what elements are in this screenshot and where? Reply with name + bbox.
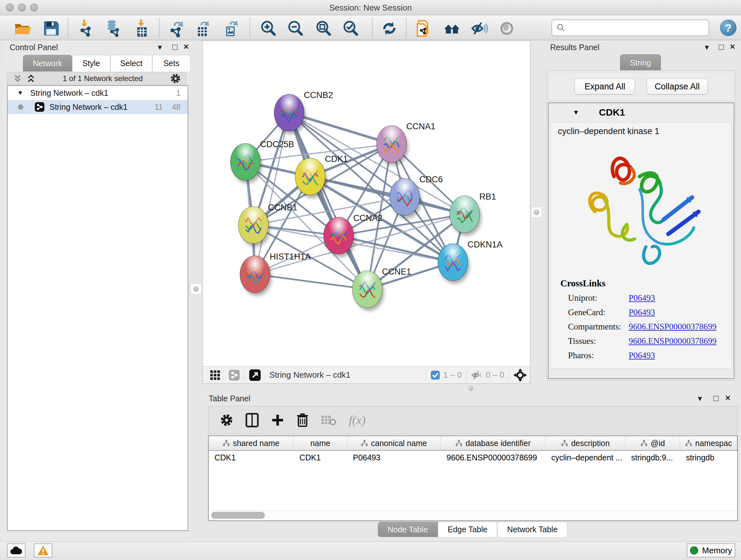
home-browser-icon[interactable] (443, 19, 461, 37)
node-CCNA1[interactable] (377, 125, 408, 166)
select-columns-icon[interactable] (246, 413, 259, 428)
node-CCNB1[interactable] (239, 206, 270, 247)
search-input[interactable] (565, 23, 709, 33)
tab-network[interactable]: Network (23, 55, 72, 71)
birdseye-crosshair-icon[interactable] (514, 368, 527, 382)
column-header-namespac[interactable]: namespac (680, 436, 737, 450)
node-CDC6[interactable] (390, 179, 421, 219)
cell-canonical-name[interactable]: P06493 (347, 453, 441, 462)
grid-mode-icon[interactable] (210, 370, 220, 381)
delete-column-icon[interactable] (296, 413, 309, 428)
refresh-icon[interactable] (381, 19, 398, 37)
node-HIST1H1A[interactable] (240, 256, 272, 296)
cloud-button[interactable] (7, 543, 25, 557)
node-RB1[interactable] (450, 196, 482, 236)
column-header-description[interactable]: description (545, 436, 625, 450)
network-graph[interactable]: CCNB2CCNA1CDC25BCDK1CDC6RB1CCNB1CCNA2CDK… (203, 41, 530, 366)
panel-menu-icon[interactable]: ▼ (156, 44, 163, 52)
edge-CCNB2-CCNE1[interactable] (289, 113, 367, 289)
cell-namespac[interactable]: stringdb (680, 453, 737, 462)
column-header-database-identifier[interactable]: database identifier (441, 436, 545, 450)
panel-close-icon[interactable]: ✕ (725, 394, 731, 402)
export-table-icon[interactable] (193, 19, 211, 37)
cell-database-identifier[interactable]: 9606.ENSP00000378699 (441, 453, 545, 462)
export-image-icon[interactable] (222, 19, 240, 37)
import-network-icon[interactable] (77, 19, 94, 37)
node-CCNE1[interactable] (352, 271, 384, 311)
right-splitter-handle[interactable] (531, 207, 542, 218)
zoom-in-icon[interactable] (259, 19, 277, 37)
tab-edge-table[interactable]: Edge Table (438, 522, 497, 537)
copy-documents-icon[interactable] (414, 19, 432, 37)
scrollbar-thumb[interactable] (211, 512, 265, 519)
tab-sets[interactable]: Sets (152, 55, 191, 71)
function-builder-icon[interactable]: f(x) (349, 413, 366, 427)
crosslink-link[interactable]: P06493 (629, 351, 655, 361)
panel-menu-icon[interactable]: ▼ (703, 44, 711, 52)
crosslink-link[interactable]: P06493 (629, 307, 655, 317)
panel-float-icon[interactable]: □ (714, 393, 719, 403)
open-session-icon[interactable] (14, 19, 31, 37)
save-session-icon[interactable] (42, 19, 60, 37)
panel-float-icon[interactable]: □ (172, 42, 178, 52)
node-CDKN1A[interactable] (438, 244, 470, 284)
panel-close-icon[interactable]: ✕ (183, 43, 189, 51)
tab-network-table[interactable]: Network Table (497, 522, 567, 537)
cell-shared-name[interactable]: CDK1 (209, 453, 293, 462)
import-table-icon[interactable] (133, 19, 151, 37)
selected-checkbox-icon[interactable] (430, 370, 440, 380)
cell-name[interactable]: CDK1 (293, 453, 347, 462)
collapse-all-icon[interactable] (13, 74, 22, 83)
cell-description[interactable]: cyclin–dependent ... (545, 453, 625, 462)
expand-all-icon[interactable] (26, 74, 36, 83)
table-row[interactable]: CDK1CDK1P064939606.ENSP00000378699cyclin… (209, 451, 737, 464)
column-header-@id[interactable]: @id (625, 436, 680, 450)
help-icon[interactable]: ? (720, 19, 737, 36)
section-expander-icon[interactable]: ▼ (573, 109, 579, 116)
panel-float-icon[interactable]: □ (719, 42, 724, 52)
column-header-name[interactable]: name (293, 436, 347, 450)
table-gear-icon[interactable] (220, 414, 233, 427)
gear-icon[interactable] (170, 73, 181, 84)
gene-section-header[interactable]: ▼ CDK1 (549, 103, 734, 122)
tab-string[interactable]: String (620, 54, 661, 71)
zoom-selected-icon[interactable] (341, 19, 359, 37)
network-collection-row[interactable]: ▼ String Network – cdk1 1 (8, 86, 188, 100)
network-canvas[interactable]: CCNB2CCNA1CDC25BCDK1CDC6RB1CCNB1CCNA2CDK… (202, 40, 530, 384)
tab-select[interactable]: Select (111, 55, 152, 71)
show-eye-icon[interactable] (498, 19, 516, 37)
node-CCNB2[interactable] (274, 94, 306, 134)
zoom-fit-icon[interactable] (314, 19, 332, 37)
horizontal-splitter-handle[interactable] (468, 386, 473, 391)
expand-all-button[interactable]: Expand All (575, 78, 635, 95)
memory-button[interactable]: Memory (687, 543, 735, 557)
column-header-canonical-name[interactable]: canonical name (347, 436, 441, 450)
cell-@id[interactable]: stringdb:9... (625, 453, 680, 462)
column-header-shared-name[interactable]: shared name (209, 436, 293, 450)
tab-style[interactable]: Style (72, 55, 111, 71)
left-splitter-handle[interactable] (191, 284, 201, 294)
add-column-icon[interactable] (271, 414, 284, 427)
delete-table-icon[interactable] (321, 415, 337, 426)
crosslink-link[interactable]: 9606.ENSP00000378699 (629, 322, 717, 332)
node-CCNA2[interactable] (324, 217, 355, 257)
panel-menu-icon[interactable]: ▼ (696, 395, 703, 403)
hide-eye-icon[interactable] (470, 19, 488, 37)
warning-button[interactable] (34, 543, 52, 557)
collapse-all-button[interactable]: Collapse All (647, 78, 708, 95)
import-database-icon[interactable] (104, 19, 122, 37)
node-CDK1[interactable] (295, 158, 327, 198)
open-view-icon[interactable] (249, 369, 261, 381)
network-row[interactable]: String Network – cdk1 11 48 (8, 100, 188, 114)
tab-node-table[interactable]: Node Table (378, 522, 438, 537)
crosslink-link[interactable]: P06493 (629, 293, 655, 303)
crosslink-link[interactable]: 9606.ENSP00000378699 (629, 336, 717, 346)
zoom-out-icon[interactable] (286, 19, 304, 37)
string-view-icon[interactable] (229, 370, 240, 381)
horizontal-scrollbar[interactable] (209, 510, 737, 520)
hidden-eye-icon[interactable] (471, 370, 482, 380)
edge-CCNB2-HIST1H1A[interactable] (255, 113, 289, 274)
tree-expander-icon[interactable]: ▼ (17, 89, 23, 97)
panel-close-icon[interactable]: ✕ (730, 43, 735, 51)
export-network-icon[interactable] (168, 19, 186, 37)
